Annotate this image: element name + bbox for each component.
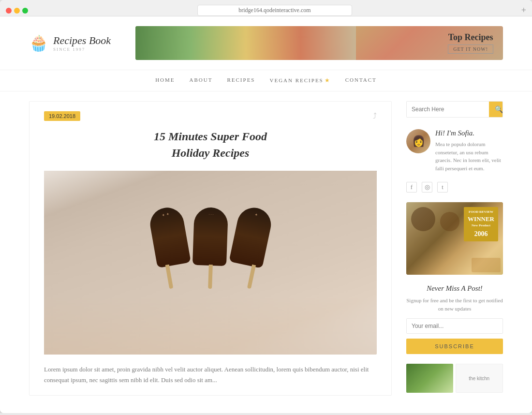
popsicle-2: · · · xyxy=(193,208,227,289)
article-title: 15 Minutes Super Food Holiday Recipes xyxy=(44,129,377,161)
site-nav: HOME ABOUT RECIPES VEGAN RECIPES★ CONTAC… xyxy=(0,70,532,91)
author-info: Hi! I'm Sofia. Mea te populo dolorum con… xyxy=(435,129,503,172)
page-wrapper: 🧁 Recipes Book SINCE 1997 Top Recipes GE… xyxy=(0,16,532,413)
search-button[interactable]: 🔍 xyxy=(489,102,503,117)
newsletter-desc: Signup for free and be the first to get … xyxy=(406,296,503,312)
winner-badge: FOOD REVIEW WINNER New Product 2006 xyxy=(464,207,498,241)
nav-vegan-recipes[interactable]: VEGAN RECIPES★ xyxy=(269,77,330,84)
header-banner[interactable]: Top Recipes GET IT NOW! xyxy=(135,26,503,60)
subscribe-button[interactable]: SUBSCRIBE xyxy=(406,339,503,354)
article-meta: 19.02.2018 ⤴ xyxy=(44,111,377,121)
article-excerpt: Lorem ipsum dolor sit amet, proin gravid… xyxy=(44,364,377,385)
newsletter-widget: Never Miss A Post! Signup for free and b… xyxy=(406,284,503,354)
email-input[interactable] xyxy=(406,318,503,334)
close-dot[interactable] xyxy=(6,8,12,14)
share-icon[interactable]: ⤴ xyxy=(373,112,377,120)
facebook-icon[interactable]: f xyxy=(406,182,417,193)
instagram-icon[interactable]: ◎ xyxy=(422,182,432,193)
main-content: 19.02.2018 ⤴ 15 Minutes Super Food Holid… xyxy=(0,91,532,405)
logo-text-wrap: Recipes Book SINCE 1997 xyxy=(53,34,111,52)
twitter-icon[interactable]: t xyxy=(437,182,448,193)
banner-cta[interactable]: GET IT NOW! xyxy=(448,44,493,54)
food-review-banner: FOOD REVIEW WINNER New Product 2006 xyxy=(406,202,503,275)
browser-chrome: bridge164.qodeinteractive.com + xyxy=(0,0,532,16)
url-display[interactable]: bridge164.qodeinteractive.com xyxy=(197,5,352,16)
site-header: 🧁 Recipes Book SINCE 1997 Top Recipes GE… xyxy=(0,16,532,70)
address-bar: bridge164.qodeinteractive.com xyxy=(33,5,517,16)
author-bio: Mea te populo dolorum consetetur, an usu… xyxy=(435,140,503,172)
social-icons: f ◎ t xyxy=(406,182,503,193)
search-input[interactable] xyxy=(407,102,489,117)
related-posts: the kitchn xyxy=(406,364,503,393)
search-box: 🔍 xyxy=(406,101,503,118)
banner-title: Top Recipes xyxy=(448,32,493,43)
related-thumb-1[interactable] xyxy=(406,364,453,393)
avatar: 👩 xyxy=(406,129,430,153)
banner-food-image xyxy=(135,26,356,60)
newsletter-title: Never Miss A Post! xyxy=(406,284,503,293)
sidebar: 🔍 👩 Hi! I'm Sofia. Mea te populo dolorum… xyxy=(406,101,503,396)
logo-icon: 🧁 xyxy=(29,34,48,52)
new-tab-button[interactable]: + xyxy=(521,5,526,15)
popsicle-3: ✦ xyxy=(235,208,268,289)
author-name: Hi! I'm Sofia. xyxy=(435,129,503,137)
date-badge: 19.02.2018 xyxy=(44,111,80,121)
popsicle-1: ✦ ✦ xyxy=(152,208,186,289)
vegan-star-icon: ★ xyxy=(325,77,331,84)
nav-recipes[interactable]: RECIPES xyxy=(227,77,255,84)
nav-about[interactable]: ABOUT xyxy=(190,77,213,84)
nav-home[interactable]: HOME xyxy=(155,77,175,84)
browser-dots xyxy=(6,8,28,14)
article-area: 19.02.2018 ⤴ 15 Minutes Super Food Holid… xyxy=(29,101,392,396)
article-image: ✦ ✦ · · · ✦ xyxy=(44,171,377,355)
logo-area: 🧁 Recipes Book SINCE 1997 xyxy=(29,34,116,52)
author-widget: 👩 Hi! I'm Sofia. Mea te populo dolorum c… xyxy=(406,129,503,172)
minimize-dot[interactable] xyxy=(14,8,20,14)
logo-subtitle: SINCE 1997 xyxy=(53,47,111,52)
nav-contact[interactable]: CONTACT xyxy=(345,77,377,84)
logo-title[interactable]: Recipes Book xyxy=(53,34,111,47)
maximize-dot[interactable] xyxy=(22,8,28,14)
banner-text: Top Recipes GET IT NOW! xyxy=(448,32,493,54)
related-logo-kitchn[interactable]: the kitchn xyxy=(456,364,503,393)
